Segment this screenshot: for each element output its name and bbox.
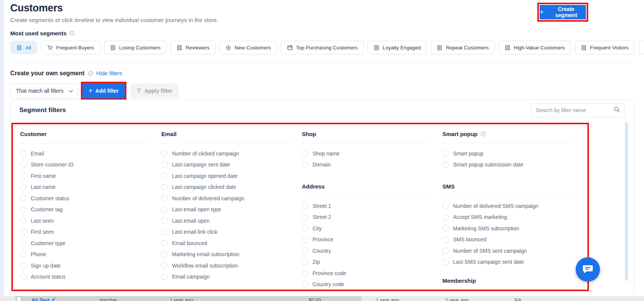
radio-icon[interactable] [302,225,308,231]
radio-icon[interactable] [161,251,168,258]
filter-option-email[interactable]: Email [20,148,149,159]
segment-chip-frequent-visitors[interactable]: Frequent Visitors [575,41,635,54]
radio-icon[interactable] [302,236,308,243]
filter-option-province[interactable]: Province [302,234,431,246]
filter-option-marketing-email-subscription[interactable]: Marketing email subscription [161,249,290,260]
radio-icon[interactable] [20,206,27,213]
radio-icon[interactable] [161,195,168,201]
segment-chip-more[interactable]: More [639,41,644,54]
filter-option-domain[interactable]: Domain [302,159,431,171]
filter-option-last-campaign-opened-date[interactable]: Last campaign opened date [161,170,290,182]
radio-icon[interactable] [161,162,168,168]
create-segment-button[interactable]: + Create segment [540,5,586,19]
radio-icon[interactable] [20,173,27,179]
filter-option-last-email-open-type[interactable]: Last email open type [161,204,290,215]
filter-option-number-of-clicked-campaign[interactable]: Number of clicked campaign [161,148,290,159]
radio-icon[interactable] [302,259,308,265]
radio-icon[interactable] [302,214,308,220]
radio-icon[interactable] [442,203,449,209]
filter-option-workflow-email-subscription[interactable]: Workflow email subscription [161,260,290,271]
filter-option-number-of-sms-sent-campaign[interactable]: Number of SMS sent campaign [442,245,571,257]
segment-chip-top-purchasing-customers[interactable]: Top Purchasing Customers [281,41,364,54]
filter-option-last-name[interactable]: Last name [20,182,149,193]
radio-icon[interactable] [161,150,168,157]
chat-widget-button[interactable] [576,257,600,282]
filter-option-customer-type[interactable]: Customer type [20,238,149,249]
filter-option-first-name[interactable]: First name [20,170,149,182]
radio-icon[interactable] [161,217,168,224]
radio-icon[interactable] [161,240,168,246]
radio-icon[interactable] [20,217,27,224]
segment-chip-new-customers[interactable]: New Customers [219,41,277,54]
radio-icon[interactable] [20,229,27,235]
segment-chip-all[interactable]: All [10,41,37,54]
radio-icon[interactable] [442,214,449,220]
filter-option-customer-tag[interactable]: Customer tag [20,204,149,215]
filter-option-last-sms-campaign-sent-date[interactable]: Last SMS campaign sent date [442,257,571,268]
radio-icon[interactable] [302,203,308,209]
filter-option-number-of-delivered-campaign[interactable]: Number of delivered campaign [161,193,290,204]
radio-icon[interactable] [442,225,449,231]
radio-icon[interactable] [442,150,449,157]
radio-icon[interactable] [20,184,27,190]
filter-option-last-campaign-clicked-date[interactable]: Last campaign clicked date [161,182,290,193]
info-icon[interactable] [69,30,75,36]
filter-option-smart-popup-submission-date[interactable]: Smart popup submission date [442,159,571,171]
filter-option-city[interactable]: City [302,223,431,234]
apply-filter-button[interactable]: Apply filter [130,83,178,98]
segment-chip-repeat-customers[interactable]: Repeat Customers [431,41,495,54]
radio-icon[interactable] [302,270,308,276]
filter-option-accept-sms-marketing[interactable]: Accept SMS marketing [442,212,571,223]
radio-icon[interactable] [20,150,27,157]
radio-icon[interactable] [161,262,168,269]
match-filters-dropdown[interactable]: That match all filters [10,83,78,98]
filter-option-sms-bounced[interactable]: SMS bounced [442,234,571,246]
radio-icon[interactable] [161,173,168,179]
filter-option-first-seen[interactable]: First seen [20,227,149,238]
filter-option-last-campaign-sent-date[interactable]: Last campaign sent date [161,159,290,171]
panel-scrollbar[interactable] [625,122,628,281]
radio-icon[interactable] [161,229,168,235]
radio-icon[interactable] [302,281,308,288]
filter-option-phone[interactable]: Phone [20,249,149,260]
radio-icon[interactable] [161,274,168,280]
filter-option-marketing-sms-subscription[interactable]: Marketing SMS subscription [442,223,571,234]
radio-icon[interactable] [442,259,449,265]
row-checkbox[interactable] [16,296,21,301]
segment-chip-losing-customers[interactable]: Losing Customers [104,41,167,54]
filter-option-last-email-link-click[interactable]: Last email link click [161,227,290,238]
radio-icon[interactable] [302,247,308,254]
filter-search-input[interactable] [536,107,610,113]
filter-option-customer-status[interactable]: Customer status [20,193,149,204]
filter-option-store-customer-id[interactable]: Store customer ID [20,159,149,171]
filter-option-email-bounced[interactable]: Email bounced [161,238,290,249]
filter-option-shop-name[interactable]: Shop name [302,148,431,159]
radio-icon[interactable] [20,251,27,258]
filter-option-zip[interactable]: Zip [302,257,431,268]
filter-option-account-status[interactable]: Account status [20,271,149,283]
radio-icon[interactable] [302,162,308,168]
info-icon[interactable] [480,131,486,137]
segment-chip-frequent-buyers[interactable]: Frequent Buyers [41,41,100,54]
filter-option-country[interactable]: Country [302,245,431,257]
radio-icon[interactable] [20,274,27,280]
segment-chip-high-value-customers[interactable]: High-Value Customers [499,41,571,54]
segment-chip-loyalty-engaged[interactable]: Loyalty Engaged [368,41,427,54]
radio-icon[interactable] [20,162,27,168]
filter-option-last-seen[interactable]: Last seen [20,215,149,227]
filter-option-number-of-delivered-sms-campaign[interactable]: Number of delivered SMS campaign [442,200,571,212]
filter-option-sign-up-date[interactable]: Sign up date [20,260,149,271]
radio-icon[interactable] [302,150,308,157]
filter-option-last-email-open[interactable]: Last email open [161,215,290,227]
radio-icon[interactable] [442,162,449,168]
add-filter-button[interactable]: + Add filter [82,83,125,98]
radio-icon[interactable] [20,262,27,269]
radio-icon[interactable] [442,236,449,243]
filter-option-street-2[interactable]: Street 2 [302,212,431,223]
radio-icon[interactable] [20,240,27,246]
filter-option-smart-popup[interactable]: Smart popup [442,148,571,159]
customer-name-link[interactable]: Ati Test [32,297,56,301]
hide-filters-link[interactable]: Hide filters [96,70,123,76]
radio-icon[interactable] [161,206,168,213]
segment-chip-reviewers[interactable]: Reviewers [170,41,216,54]
